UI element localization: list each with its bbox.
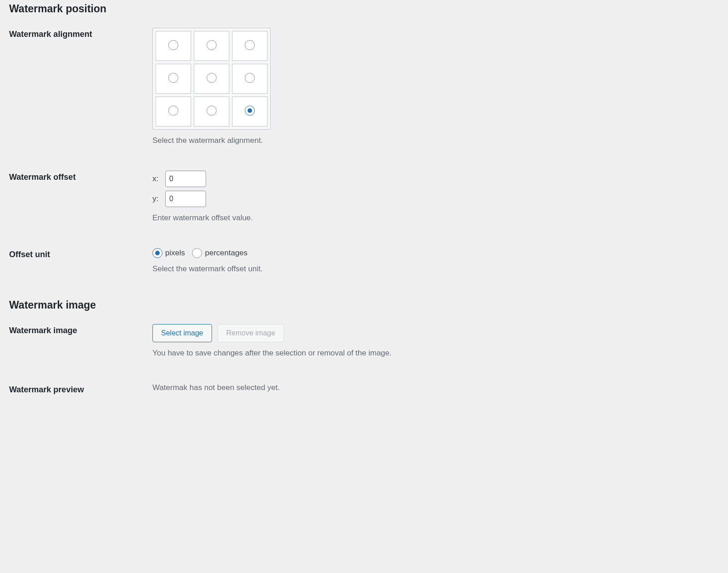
row-watermark-image: Watermark image Select image Remove imag…	[9, 324, 719, 358]
field-watermark-preview: Watermak has not been selected yet.	[152, 383, 719, 392]
section-title-image: Watermark image	[9, 299, 719, 311]
section-title-position: Watermark position	[9, 3, 719, 15]
label-watermark-offset: Watermark offset	[9, 171, 152, 182]
remove-image-button: Remove image	[217, 324, 284, 342]
label-watermark-image: Watermark image	[9, 324, 152, 335]
offset-unit-radio-percentages[interactable]	[192, 248, 202, 258]
offset-y-label: y:	[152, 194, 162, 203]
alignment-radio-bottom-right[interactable]	[245, 106, 255, 116]
alignment-radio-middle-left[interactable]	[168, 73, 178, 83]
alignment-grid	[152, 28, 271, 130]
field-watermark-image: Select image Remove image You have to sa…	[152, 324, 719, 358]
offset-unit-pixels-label[interactable]: pixels	[152, 248, 185, 258]
field-offset-unit: pixels percentages Select the watermark …	[152, 248, 719, 274]
row-watermark-offset: Watermark offset x: y: Enter watermark o…	[9, 171, 719, 223]
row-offset-unit: Offset unit pixels percentages Select th…	[9, 248, 719, 274]
row-watermark-alignment: Watermark alignment Se	[9, 28, 719, 145]
offset-x-label: x:	[152, 174, 162, 183]
alignment-radio-middle-center[interactable]	[207, 73, 217, 83]
offset-description: Enter watermark offset value.	[152, 213, 719, 223]
offset-unit-pixels-text: pixels	[165, 248, 185, 258]
field-watermark-alignment: Select the watermark alignment.	[152, 28, 719, 145]
preview-text: Watermak has not been selected yet.	[152, 383, 280, 392]
offset-unit-radio-pixels[interactable]	[152, 248, 162, 258]
label-offset-unit: Offset unit	[9, 248, 152, 259]
alignment-radio-top-right[interactable]	[245, 40, 255, 50]
alignment-radio-bottom-center[interactable]	[207, 106, 217, 116]
select-image-button[interactable]: Select image	[152, 324, 212, 342]
label-watermark-preview: Watermark preview	[9, 383, 152, 395]
offset-y-input[interactable]	[165, 191, 206, 207]
alignment-radio-middle-right[interactable]	[245, 73, 255, 83]
image-description: You have to save changes after the selec…	[152, 349, 719, 358]
alignment-radio-top-center[interactable]	[207, 40, 217, 50]
offset-unit-percentages-text: percentages	[205, 248, 248, 258]
label-watermark-alignment: Watermark alignment	[9, 28, 152, 39]
offset-x-input[interactable]	[165, 171, 206, 187]
offset-unit-description: Select the watermark offset unit.	[152, 264, 719, 274]
row-watermark-preview: Watermark preview Watermak has not been …	[9, 383, 719, 395]
alignment-description: Select the watermark alignment.	[152, 136, 719, 145]
field-watermark-offset: x: y: Enter watermark offset value.	[152, 171, 719, 223]
offset-unit-percentages-label[interactable]: percentages	[192, 248, 248, 258]
alignment-radio-bottom-left[interactable]	[168, 106, 178, 116]
alignment-radio-top-left[interactable]	[168, 40, 178, 50]
